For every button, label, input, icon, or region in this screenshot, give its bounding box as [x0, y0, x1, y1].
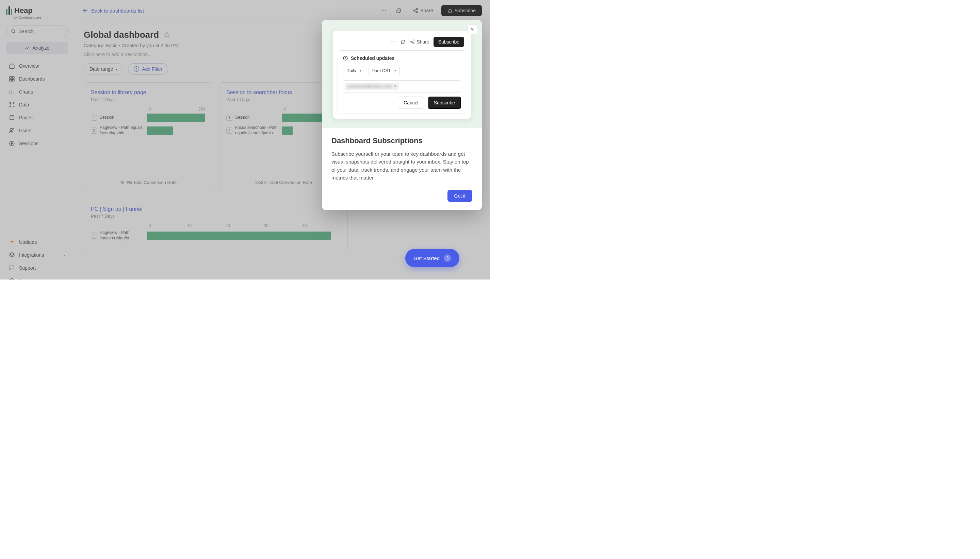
preview-card: ⋯ Share Subscribe Scheduled updates Dail…	[333, 31, 471, 119]
popover-title: Dashboard Subscriptions	[332, 136, 472, 145]
fab-badge: 3	[444, 254, 451, 262]
recipient-input: someone@team.com×	[343, 80, 461, 93]
svg-line-32	[412, 41, 413, 41]
preview-subscribe-top: Subscribe	[433, 37, 464, 47]
svg-point-31	[413, 43, 415, 43]
more-icon: ⋯	[391, 39, 396, 45]
subscription-popover: ✕ ⋯ Share Subscribe Scheduled updates Da…	[322, 20, 482, 210]
preview-panel: Scheduled updates Daily▾ 9am CST▾ someon…	[338, 50, 466, 114]
panel-title: Scheduled updates	[351, 55, 395, 61]
remove-tag-icon: ×	[394, 84, 396, 89]
close-button[interactable]: ✕	[468, 25, 477, 34]
got-it-button[interactable]: Got it	[448, 190, 472, 202]
popover-text: Subscribe yourself or your team to key d…	[332, 150, 472, 182]
time-select: 9am CST▾	[368, 65, 400, 76]
svg-line-33	[412, 42, 413, 43]
preview-subscribe-button: Subscribe	[428, 97, 461, 109]
recipient-tag: someone@team.com	[348, 84, 392, 89]
fab-label: Get Started	[413, 255, 439, 261]
svg-point-29	[413, 40, 415, 41]
clock-icon	[343, 55, 348, 61]
share-icon	[410, 40, 415, 44]
get-started-fab[interactable]: Get Started 3	[405, 249, 459, 267]
preview-share: Share	[410, 39, 429, 45]
refresh-icon	[401, 39, 406, 45]
frequency-select: Daily▾	[343, 65, 365, 76]
popover-preview: ⋯ Share Subscribe Scheduled updates Dail…	[322, 20, 482, 128]
preview-cancel-button: Cancel	[398, 97, 425, 109]
svg-point-30	[411, 41, 412, 43]
